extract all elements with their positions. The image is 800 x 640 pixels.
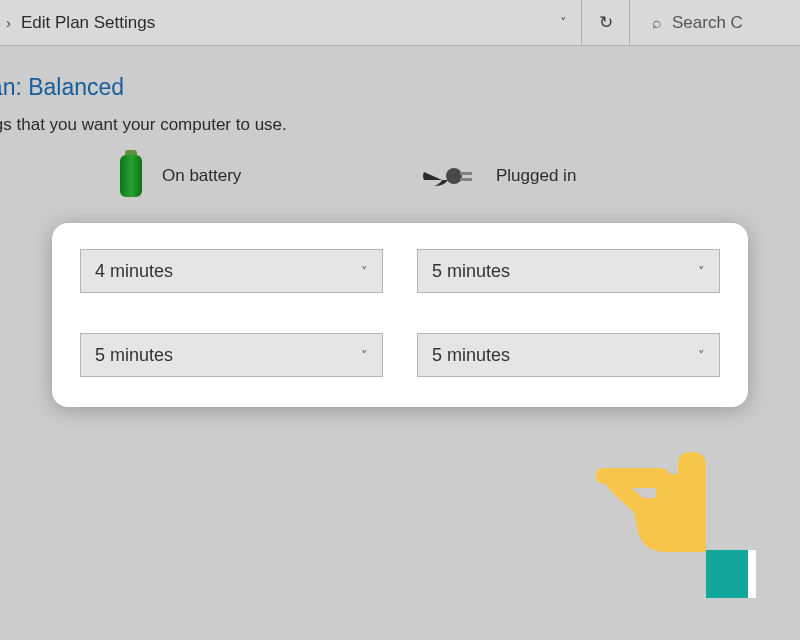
dropdown-value: 5 minutes — [432, 261, 510, 282]
refresh-icon: ↻ — [599, 12, 613, 33]
main-content: he plan: Balanced y settings that you wa… — [0, 46, 800, 407]
chevron-down-icon[interactable]: ˅ — [560, 15, 567, 30]
display-timeout-row: 4 minutes ˅ 5 minutes ˅ — [80, 249, 720, 293]
svg-rect-1 — [460, 172, 472, 175]
breadcrumb-area[interactable]: › Edit Plan Settings ˅ — [0, 0, 582, 45]
display-timeout-plugged-dropdown[interactable]: 5 minutes ˅ — [417, 249, 720, 293]
sleep-timeout-plugged-dropdown[interactable]: 5 minutes ˅ — [417, 333, 720, 377]
chevron-right-icon: › — [6, 14, 11, 31]
display-timeout-battery-dropdown[interactable]: 4 minutes ˅ — [80, 249, 383, 293]
page-title: he plan: Balanced — [0, 74, 800, 101]
pointing-hand-icon — [596, 440, 766, 614]
page-subtitle: y settings that you want your computer t… — [0, 115, 800, 135]
chevron-down-icon: ˅ — [361, 348, 368, 363]
svg-rect-4 — [748, 550, 756, 598]
plugged-in-header: Plugged in — [420, 162, 680, 190]
chevron-down-icon: ˅ — [361, 264, 368, 279]
address-toolbar: › Edit Plan Settings ˅ ↻ ⌕ Search C — [0, 0, 800, 46]
svg-rect-2 — [460, 178, 472, 181]
refresh-button[interactable]: ↻ — [582, 0, 630, 45]
sleep-timeout-row: 5 minutes ˅ 5 minutes ˅ — [80, 333, 720, 377]
chevron-down-icon: ˅ — [698, 348, 705, 363]
battery-icon — [120, 155, 142, 197]
on-battery-header: On battery — [120, 155, 380, 197]
breadcrumb-current: Edit Plan Settings — [21, 13, 155, 33]
sleep-timeout-battery-dropdown[interactable]: 5 minutes ˅ — [80, 333, 383, 377]
settings-panel: 4 minutes ˅ 5 minutes ˅ 5 minutes ˅ 5 mi… — [52, 223, 748, 407]
on-battery-label: On battery — [162, 166, 241, 186]
search-box[interactable]: ⌕ Search C — [630, 0, 800, 45]
plugged-in-label: Plugged in — [496, 166, 576, 186]
svg-point-0 — [446, 168, 462, 184]
dropdown-value: 5 minutes — [432, 345, 510, 366]
power-mode-header: On battery Plugged in — [120, 155, 800, 197]
search-icon: ⌕ — [652, 14, 662, 32]
dropdown-value: 4 minutes — [95, 261, 173, 282]
search-placeholder: Search C — [672, 13, 743, 33]
chevron-down-icon: ˅ — [698, 264, 705, 279]
plug-icon — [420, 162, 476, 190]
dropdown-value: 5 minutes — [95, 345, 173, 366]
